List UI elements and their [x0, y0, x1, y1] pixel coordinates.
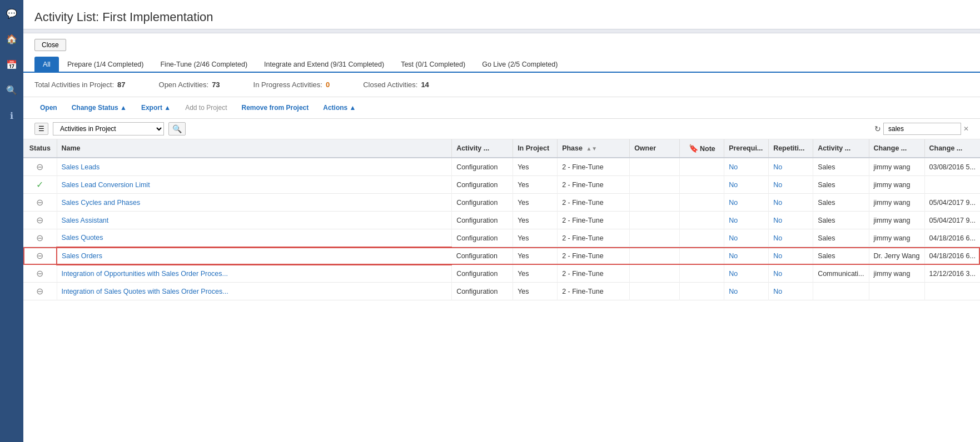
- actions-button[interactable]: Actions ▲: [317, 102, 361, 114]
- add-to-project-button[interactable]: Add to Project: [180, 102, 232, 114]
- tab-all[interactable]: All: [34, 57, 59, 72]
- home-icon[interactable]: 🏠: [4, 31, 19, 47]
- col-header-change1[interactable]: Change ...: [869, 139, 924, 158]
- status-cell: ⊖: [23, 229, 57, 247]
- owner-cell: [630, 212, 680, 229]
- table-row[interactable]: ⊖Sales Cycles and PhasesConfigurationYes…: [23, 194, 980, 212]
- repeti-cell[interactable]: No: [769, 229, 813, 247]
- repeti-cell[interactable]: No: [769, 194, 813, 212]
- calendar-icon[interactable]: 📅: [4, 57, 19, 72]
- note-cell: [680, 158, 724, 176]
- activity2-cell: Sales: [813, 176, 869, 194]
- repeti-cell[interactable]: No: [769, 176, 813, 194]
- repeti-cell[interactable]: No: [769, 247, 813, 265]
- table-row[interactable]: ⊖Sales OrdersConfigurationYes2 - Fine-Tu…: [23, 247, 980, 265]
- name-cell[interactable]: Sales Assistant: [57, 212, 452, 229]
- stats-row: Total Activities in Project: 87 Open Act…: [23, 73, 980, 97]
- table-row[interactable]: ⊖Integration of Opportunities with Sales…: [23, 265, 980, 283]
- change1-cell: [869, 283, 924, 300]
- open-button[interactable]: Open: [34, 102, 63, 114]
- change1-cell: jimmy wang: [869, 229, 924, 247]
- activity2-cell: [813, 283, 869, 300]
- table-row[interactable]: ⊖Sales QuotesConfigurationYes2 - Fine-Tu…: [23, 229, 980, 247]
- name-cell[interactable]: Sales Lead Conversion Limit: [57, 176, 452, 194]
- col-header-activity2[interactable]: Activity ...: [813, 139, 869, 158]
- tab-integrate[interactable]: Integrate and Extend (9/31 Completed): [256, 57, 392, 72]
- col-header-phase[interactable]: Phase ▲▼: [558, 139, 630, 158]
- prereq-cell[interactable]: No: [724, 212, 769, 229]
- tab-test[interactable]: Test (0/1 Completed): [392, 57, 474, 72]
- col-header-activity-type[interactable]: Activity ...: [452, 139, 513, 158]
- tab-finetune[interactable]: Fine-Tune (2/46 Completed): [152, 57, 256, 72]
- refresh-button[interactable]: ↻: [874, 124, 881, 133]
- in-project-cell: Yes: [513, 158, 558, 176]
- tab-prepare[interactable]: Prepare (1/4 Completed): [59, 57, 152, 72]
- col-header-repeti[interactable]: Repetiti...: [769, 139, 813, 158]
- table-row[interactable]: ⊖Sales AssistantConfigurationYes2 - Fine…: [23, 212, 980, 229]
- table-row[interactable]: ⊖Integration of Sales Quotes with Sales …: [23, 283, 980, 300]
- chat-icon[interactable]: 💬: [4, 6, 19, 21]
- table-row[interactable]: ⊖Sales LeadsConfigurationYes2 - Fine-Tun…: [23, 158, 980, 176]
- repeti-cell[interactable]: No: [769, 265, 813, 283]
- repeti-cell[interactable]: No: [769, 158, 813, 176]
- col-header-name[interactable]: Name: [57, 139, 452, 158]
- col-header-prereq[interactable]: Prerequi...: [724, 139, 769, 158]
- close-button[interactable]: Close: [34, 39, 66, 51]
- clear-search-button[interactable]: ✕: [963, 125, 969, 133]
- name-cell[interactable]: Sales Orders: [57, 247, 452, 265]
- activity-type-cell: Configuration: [452, 283, 513, 300]
- name-cell[interactable]: Sales Cycles and Phases: [57, 194, 452, 212]
- activity2-cell: Sales: [813, 158, 869, 176]
- name-cell[interactable]: Sales Quotes: [57, 229, 452, 247]
- prereq-cell[interactable]: No: [724, 247, 769, 265]
- table-row[interactable]: ✓Sales Lead Conversion LimitConfiguratio…: [23, 176, 980, 194]
- name-cell[interactable]: Sales Leads: [57, 158, 452, 176]
- col-header-note[interactable]: 🔖 Note: [680, 139, 724, 158]
- inprogress-value: 0: [326, 81, 330, 89]
- status-minus-icon: ⊖: [35, 250, 45, 261]
- remove-from-project-button[interactable]: Remove from Project: [236, 102, 315, 114]
- owner-cell: [630, 229, 680, 247]
- status-cell: ⊖: [23, 158, 57, 176]
- status-minus-icon: ⊖: [35, 197, 45, 208]
- change-status-button[interactable]: Change Status ▲: [66, 102, 132, 114]
- phase-cell: 2 - Fine-Tune: [558, 283, 630, 300]
- open-label: Open Activities:: [159, 81, 209, 89]
- activity-type-cell: Configuration: [452, 247, 513, 265]
- change1-cell: Dr. Jerry Wang: [869, 247, 924, 265]
- prereq-cell[interactable]: No: [724, 283, 769, 300]
- filter-toggle-button[interactable]: ☰: [34, 123, 48, 135]
- filter-dropdown[interactable]: Activities in Project: [53, 122, 164, 135]
- repeti-cell[interactable]: No: [769, 283, 813, 300]
- zoom-icon: 🔍: [172, 124, 182, 133]
- prereq-cell[interactable]: No: [724, 158, 769, 176]
- change1-cell: jimmy wang: [869, 158, 924, 176]
- col-header-change2[interactable]: Change ...: [924, 139, 980, 158]
- search-icon[interactable]: 🔍: [4, 82, 19, 98]
- prereq-cell[interactable]: No: [724, 265, 769, 283]
- prereq-cell[interactable]: No: [724, 229, 769, 247]
- owner-cell: [630, 158, 680, 176]
- table-container: Status Name Activity ... In Project Phas…: [23, 139, 980, 442]
- export-button[interactable]: Export ▲: [136, 102, 176, 114]
- prereq-cell[interactable]: No: [724, 194, 769, 212]
- col-header-owner[interactable]: Owner: [630, 139, 680, 158]
- info-icon[interactable]: ℹ: [4, 108, 19, 123]
- zoom-button[interactable]: 🔍: [168, 122, 186, 135]
- name-cell[interactable]: Integration of Opportunities with Sales …: [57, 265, 452, 283]
- tab-golive[interactable]: Go Live (2/5 Completed): [474, 57, 566, 72]
- table-body: ⊖Sales LeadsConfigurationYes2 - Fine-Tun…: [23, 158, 980, 300]
- closed-activities-stat: Closed Activities: 14: [363, 81, 429, 89]
- status-minus-icon: ⊖: [35, 286, 45, 297]
- toolbar: Open Change Status ▲ Export ▲ Add to Pro…: [23, 97, 980, 119]
- col-header-in-project[interactable]: In Project: [513, 139, 558, 158]
- prereq-cell[interactable]: No: [724, 176, 769, 194]
- owner-cell: [630, 283, 680, 300]
- phase-cell: 2 - Fine-Tune: [558, 212, 630, 229]
- name-cell[interactable]: Integration of Sales Quotes with Sales O…: [57, 283, 452, 300]
- inprogress-activities-stat: In Progress Activities: 0: [253, 81, 330, 89]
- status-cell: ⊖: [23, 194, 57, 212]
- repeti-cell[interactable]: No: [769, 212, 813, 229]
- status-cell: ⊖: [23, 212, 57, 229]
- search-input[interactable]: [883, 123, 961, 135]
